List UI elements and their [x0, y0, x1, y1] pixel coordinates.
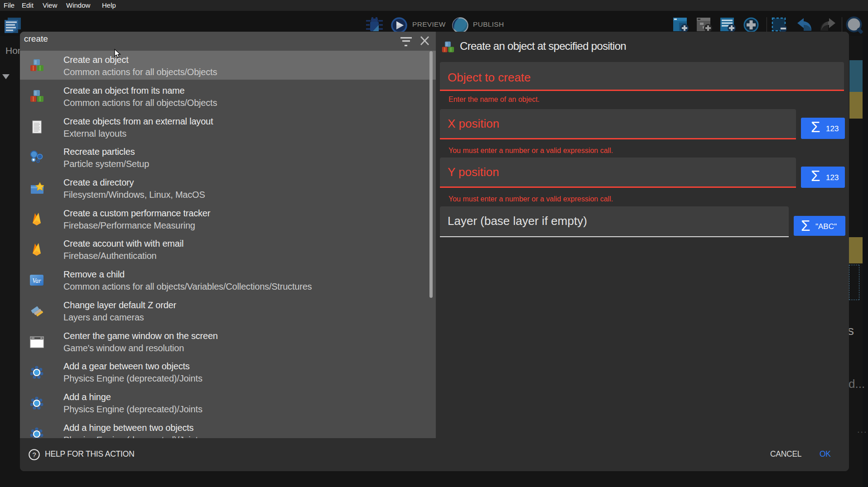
svg-text:Var: Var [32, 277, 41, 284]
svg-text:?: ? [32, 451, 36, 458]
